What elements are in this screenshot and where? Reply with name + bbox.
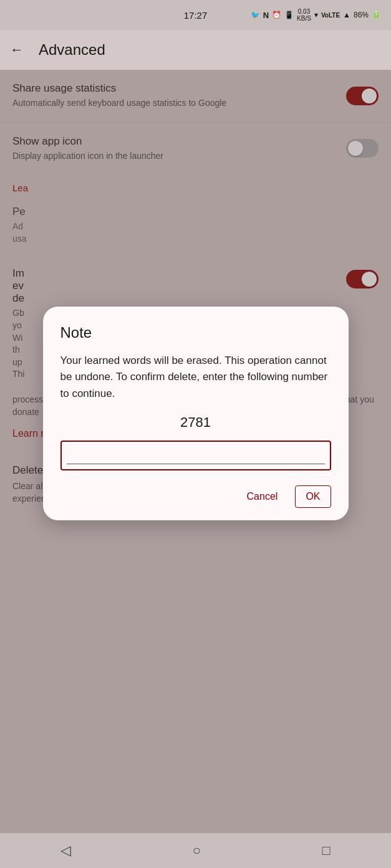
home-nav-icon[interactable]: ○ xyxy=(193,842,201,859)
back-button[interactable]: ← xyxy=(10,42,24,58)
confirm-number: 2781 xyxy=(60,414,331,431)
cancel-button[interactable]: Cancel xyxy=(239,486,286,507)
lte-icon: VoLTE xyxy=(321,12,340,19)
back-nav-icon[interactable]: ◁ xyxy=(60,842,71,859)
wifi-icon: ▾ xyxy=(314,11,318,19)
nav-bar: ◁ ○ □ xyxy=(0,833,391,868)
page-title: Advanced xyxy=(39,41,105,59)
nfc-icon: N xyxy=(263,11,269,20)
status-time: 17:27 xyxy=(184,10,208,21)
main-content: Share usage statistics Automatically sen… xyxy=(0,70,391,833)
signal-icon: ▲ xyxy=(343,11,350,19)
data-speed: 0.03KB/S xyxy=(297,8,311,22)
status-icons: 🐦 N ⏰ 📳 0.03KB/S ▾ VoLTE ▲ 86% 🔋 xyxy=(251,8,381,22)
note-dialog: Note Your learned words will be erased. … xyxy=(43,307,349,520)
header: ← Advanced xyxy=(0,30,391,70)
dialog-actions: Cancel OK xyxy=(60,485,331,508)
recents-nav-icon[interactable]: □ xyxy=(322,842,330,859)
vibrate-icon: 📳 xyxy=(284,11,294,19)
dialog-title: Note xyxy=(60,324,331,341)
twitter-icon: 🐦 xyxy=(251,11,260,19)
confirm-input-wrapper[interactable] xyxy=(60,441,331,470)
alarm-icon: ⏰ xyxy=(272,11,281,19)
confirm-input[interactable] xyxy=(67,444,325,464)
battery-percent: 86% xyxy=(354,11,369,19)
battery-icon: 🔋 xyxy=(372,11,381,19)
dialog-message: Your learned words will be erased. This … xyxy=(60,353,331,402)
ok-button[interactable]: OK xyxy=(295,485,331,508)
status-bar: 17:27 🐦 N ⏰ 📳 0.03KB/S ▾ VoLTE ▲ 86% 🔋 xyxy=(0,0,391,30)
